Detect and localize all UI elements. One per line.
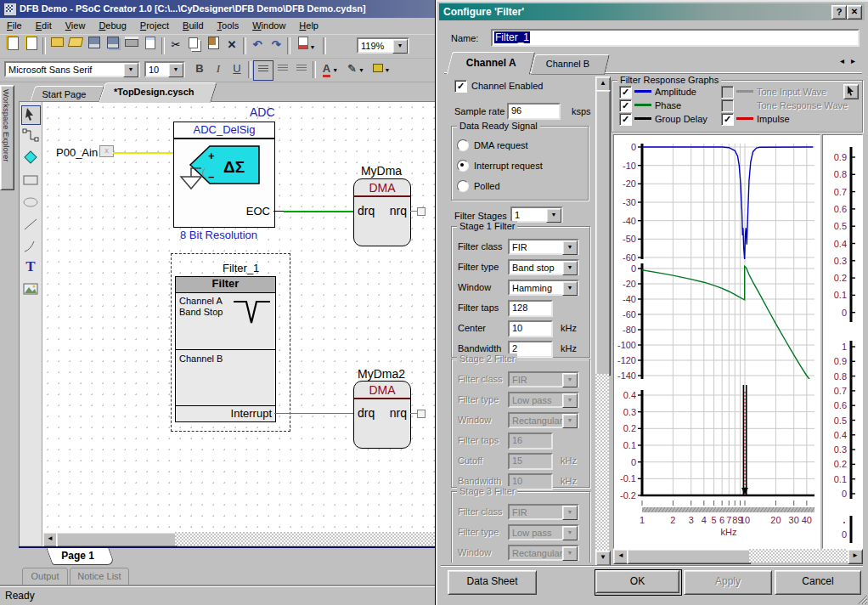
redo-button[interactable]: ↷ [267,37,285,55]
menu-window[interactable]: Window [245,18,292,34]
schematic-canvas[interactable]: P00_Ain x ADC ADC_DelSig + – ΔΣ [42,102,436,532]
font-color-button[interactable]: A ▼ [318,60,343,79]
tab-scroll-left[interactable]: ◂ [840,56,844,65]
graph-checkbox-phase[interactable]: ✓ [619,99,632,112]
align-left-button[interactable] [253,60,273,81]
tab-channel-b[interactable]: Channel B [530,54,610,75]
panel-tab-output[interactable]: Output [22,568,68,586]
filter-stages-combo[interactable]: 1 ▼ [510,206,563,223]
resize-grip[interactable] [857,594,868,605]
undo-button[interactable]: ↶ [248,37,267,55]
font-size-combo[interactable]: 10 ▼ [144,61,185,77]
open-button[interactable] [66,37,85,55]
align-center-button[interactable] [273,60,292,79]
panel-tab-notice-list[interactable]: Notice List [70,568,129,586]
radio-polled[interactable] [457,180,469,192]
ok-button[interactable]: OK [595,569,682,596]
new-project-button[interactable] [3,37,22,55]
radio-dma-request[interactable] [457,139,469,151]
fill-color-button[interactable]: ▼ [369,60,394,79]
print-button[interactable] [122,37,141,55]
font-size-combo-arrow[interactable]: ▼ [168,63,183,77]
graph-pointer-tool-button[interactable] [843,84,859,99]
tool-arc-button[interactable] [22,238,39,255]
open-workspace-button[interactable] [48,37,66,55]
graph-checkbox-amplitude[interactable]: ✓ [619,86,632,99]
cancel-button[interactable]: Cancel [775,570,861,595]
tab-channel-a[interactable]: Channel A [447,52,536,75]
mydma-nrq-terminal[interactable] [417,207,426,216]
wire-interrupt-to-dma2[interactable] [274,413,353,414]
dialog-help-button[interactable]: ? [831,5,847,20]
new-document-button[interactable] [22,37,41,55]
filter-component[interactable]: Filter Channel A Band Stop Channel B Int… [175,276,276,422]
tab-start-page[interactable]: Start Page [30,86,104,103]
print-preview-button[interactable] [141,37,160,55]
menu-debug[interactable]: Debug [92,18,132,34]
menu-build[interactable]: Build [176,18,210,34]
dialog-titlebar[interactable]: Configure 'Filter' ? ✕ [439,3,865,20]
combo-arrow[interactable]: ▼ [562,281,578,296]
tool-ellipse-button[interactable] [22,194,39,211]
tool-line-button[interactable] [22,216,39,233]
name-input[interactable]: Filter_1 [491,29,860,47]
generate-application-button[interactable]: ▼ [292,37,321,55]
page-1-tab[interactable]: Page 1 [46,548,115,565]
workspace-explorer-tab[interactable]: Workspace Explorer [0,85,14,190]
pin-p00-ain-terminal[interactable]: x [99,145,114,157]
canvas-hscrollbar[interactable]: ◄ [42,532,436,546]
stage-1-filter-class-combo[interactable]: FIR▼ [508,239,579,255]
menu-tools[interactable]: Tools [211,18,246,34]
graph-hscroll-right-button[interactable]: ► [848,549,863,564]
panel-vscrollbar[interactable]: ▲ ▼ [595,76,609,564]
graph-checkbox-group-delay[interactable]: ✓ [619,113,632,126]
tool-text-button[interactable]: T [22,258,39,275]
line-color-button[interactable]: ✎ ▼ [343,60,369,79]
font-name-combo[interactable]: Microsoft Sans Serif ▼ [4,61,140,77]
bold-button[interactable]: B [190,60,209,79]
menu-view[interactable]: View [59,18,93,34]
tool-component-button[interactable] [22,149,39,166]
menu-project[interactable]: Project [133,18,176,34]
sample-rate-input[interactable]: 96 [507,103,561,120]
stage-1-filter-type-combo[interactable]: Band stop▼ [508,259,579,275]
zoom-combo[interactable]: 119% ▼ [357,37,409,54]
tab-scroll-right[interactable]: ▸ [851,56,855,65]
adc-component[interactable]: ADC_DelSig + – ΔΣ EOC [173,122,275,228]
menu-edit[interactable]: Edit [29,18,59,34]
stage-1-center-input[interactable]: 10 [508,320,553,337]
mydma-component[interactable]: DMA drq nrq [353,178,411,246]
cut-button[interactable]: ✂ [166,37,185,55]
panel-vscroll-down-button[interactable]: ▼ [595,551,611,566]
filter-stages-combo-arrow[interactable]: ▼ [546,208,561,223]
copy-button[interactable] [185,37,204,55]
graph-hscrollbar[interactable]: ◄ ► [613,549,861,563]
paste-button[interactable] [204,37,223,55]
combo-arrow[interactable]: ▼ [562,240,578,255]
canvas-hscroll-thumb[interactable] [56,532,177,547]
delete-button[interactable]: ✕ [223,37,241,55]
graph-checkbox-impulse[interactable]: ✓ [721,113,734,126]
panel-vscroll-thumb[interactable] [595,90,611,376]
wire-analog-input[interactable] [113,152,173,154]
channel-enabled-checkbox[interactable]: ✓ [454,80,467,93]
tool-rectangle-button[interactable] [22,172,39,189]
dialog-close-button[interactable]: ✕ [847,5,862,20]
combo-arrow[interactable]: ▼ [562,261,578,275]
mydma2-component[interactable]: DMA drq nrq [353,381,411,449]
font-name-combo-arrow[interactable]: ▼ [123,63,138,77]
save-all-button[interactable] [104,37,122,55]
mydma2-nrq-terminal[interactable] [417,410,426,418]
tab-topdesign[interactable]: *TopDesign.cysch [99,82,217,103]
menu-help[interactable]: Help [292,18,325,34]
tool-wire-button[interactable] [22,127,39,144]
data-sheet-button[interactable]: Data Sheet [448,570,537,595]
tool-pointer-button[interactable] [21,105,41,125]
tool-image-button[interactable] [22,280,39,297]
graph-hscroll-thumb[interactable] [627,549,751,564]
italic-button[interactable]: I [209,60,228,79]
menu-file[interactable]: File [0,18,29,34]
save-button[interactable] [85,37,104,55]
wire-eoc-to-dma[interactable] [284,211,353,212]
zoom-combo-arrow[interactable]: ▼ [392,39,408,54]
